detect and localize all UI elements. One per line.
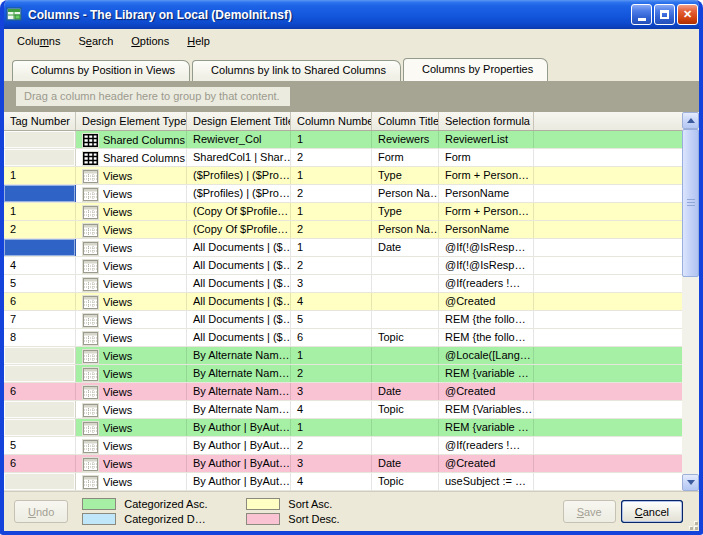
cell-column-number: 2 [291,185,372,202]
window-title: Columns - The Library on Local (DemoInit… [28,8,631,22]
column-header-tag-number[interactable]: Tag Number [4,112,76,130]
cell-selection-formula: @Created [439,293,534,310]
cell-column-number: 4 [291,293,372,310]
table-rows: Shared ColumnsRewiever_Col1ReviewersRevi… [4,131,682,491]
cell-selection-formula: REM {the follo… [439,329,534,346]
table-row[interactable]: 6ViewsAll Documents | ($…4@Created [4,293,682,311]
minimize-button[interactable] [631,4,652,25]
cell-design-element-type: Views [76,419,187,436]
cell-column-number: 3 [291,275,372,292]
menu-item-options[interactable]: Options [122,32,178,50]
vertical-scrollbar[interactable] [682,112,699,491]
shared-columns-icon [82,133,99,148]
views-icon [82,241,99,256]
column-header-design-element-type[interactable]: Design Element Type [76,112,187,130]
table-row[interactable]: 5ViewsBy Author | ByAut…2@If(readers !… [4,437,682,455]
views-icon [82,205,99,220]
table-row[interactable]: ViewsBy Alternate Nam…4TopicREM {Variabl… [4,401,682,419]
cell-column-number: 2 [291,221,372,238]
views-icon [82,367,99,382]
titlebar[interactable]: Columns - The Library on Local (DemoInit… [0,0,703,29]
cell-design-element-title: By Alternate Nam… [187,365,291,382]
cell-selection-formula: @If(readers !… [439,275,534,292]
cell-column-title [372,275,439,292]
cell-column-title: Topic [372,473,439,490]
group-by-bar[interactable]: Drag a column header here to group by th… [4,81,699,112]
save-button[interactable]: Save [563,500,616,523]
table-row[interactable]: 1Views($Profiles) | ($Pro…1TypeForm + Pe… [4,167,682,185]
table-row[interactable]: Shared ColumnsSharedCol1 | Shar…2FormFor… [4,149,682,167]
cancel-button[interactable]: Cancel [621,500,683,523]
table-row[interactable]: ViewsBy Author | ByAut…1REM {variable … [4,419,682,437]
cell-design-element-type: Views [76,455,187,472]
column-header-column-number[interactable]: Column Number [291,112,372,130]
cell-design-element-type: Views [76,185,187,202]
cell-filler [534,149,682,166]
table-row[interactable]: 6ViewsBy Author | ByAut…3Date@Created [4,455,682,473]
table-row[interactable]: Shared ColumnsRewiever_Col1ReviewersRevi… [4,131,682,149]
column-header-column-title[interactable]: Column Title [372,112,439,130]
design-element-type-label: Views [103,296,132,308]
menu-item-search[interactable]: Search [69,32,122,50]
design-element-type-label: Views [103,350,132,362]
cell-design-element-title: (Copy Of $Profile… [187,203,291,220]
undo-button[interactable]: Undo [14,500,68,523]
cell-design-element-type: Shared Columns [76,131,187,148]
scroll-down-button[interactable] [682,474,699,491]
cell-selection-formula: @If(!@IsResp… [439,257,534,274]
cell-design-element-title: All Documents | ($… [187,293,291,310]
cell-design-element-title: By Alternate Nam… [187,401,291,418]
tab-columns-by-properties[interactable]: Columns by Properties [403,58,548,81]
menu-item-columns[interactable]: Columns [8,32,69,50]
table-row[interactable]: 5ViewsAll Documents | ($…3@If(readers !… [4,275,682,293]
table-row[interactable]: 2Views(Copy Of $Profile…2Person Na…Perso… [4,221,682,239]
scroll-thumb[interactable] [682,129,699,277]
table-header: Tag Number Design Element Type Design El… [4,112,682,131]
views-icon [82,223,99,238]
tab-columns-by-link-to-shared-columns[interactable]: Columns by link to Shared Columns [192,60,401,81]
table-row[interactable]: 8ViewsAll Documents | ($…6TopicREM {the … [4,329,682,347]
cell-tag-number [4,131,76,148]
legend-swatch [246,498,280,510]
column-header-selection-formula[interactable]: Selection formula [439,112,534,130]
views-icon [82,457,99,472]
cell-design-element-title: By Author | ByAut… [187,437,291,454]
design-element-type-label: Views [103,458,132,470]
close-button[interactable]: ✕ [677,4,698,25]
app-icon [6,6,23,23]
cell-design-element-type: Views [76,329,187,346]
table-row[interactable]: 4ViewsAll Documents | ($…2@If(!@IsResp… [4,257,682,275]
design-element-type-label: Views [103,476,132,488]
design-element-type-label: Views [103,314,132,326]
column-header-design-element-title[interactable]: Design Element Title [187,112,291,130]
table-row[interactable]: ViewsAll Documents | ($…1Date@If(!@IsRes… [4,239,682,257]
table-row[interactable]: ViewsBy Alternate Nam…2REM {variable … [4,365,682,383]
design-element-type-label: Views [103,278,132,290]
cell-tag-number [4,419,76,436]
cell-filler [534,293,682,310]
table-row[interactable]: Views($Profiles) | ($Pro…2Person Na…Pers… [4,185,682,203]
resize-grip[interactable] [686,518,698,530]
table-row[interactable]: 1Views(Copy Of $Profile…1TypeForm + Pers… [4,203,682,221]
tab-columns-by-position-in-views[interactable]: Columns by Position in Views [12,60,190,81]
table-row[interactable]: 7ViewsAll Documents | ($…5REM {the follo… [4,311,682,329]
cell-design-element-type: Views [76,473,187,490]
cell-tag-number: 5 [4,275,76,292]
menu-item-help[interactable]: Help [178,32,219,50]
tab-bar: Columns by Position in Views Columns by … [4,53,699,81]
cell-column-number: 4 [291,401,372,418]
maximize-button[interactable] [654,4,675,25]
close-icon: ✕ [683,8,692,21]
table-row[interactable]: 6ViewsBy Alternate Nam…3Date@Created [4,383,682,401]
scroll-up-button[interactable] [682,112,699,129]
cell-column-title [372,293,439,310]
cell-column-number: 1 [291,203,372,220]
views-icon [82,259,99,274]
table-row[interactable]: ViewsBy Alternate Nam…1@Locale([Lang… [4,347,682,365]
cell-selection-formula: Form + Person… [439,167,534,184]
views-icon [82,439,99,454]
cell-column-number: 2 [291,365,372,382]
table-row[interactable]: ViewsBy Author | ByAut…4TopicuseSubject … [4,473,682,491]
scroll-track[interactable] [682,277,699,474]
cell-column-number: 1 [291,131,372,148]
